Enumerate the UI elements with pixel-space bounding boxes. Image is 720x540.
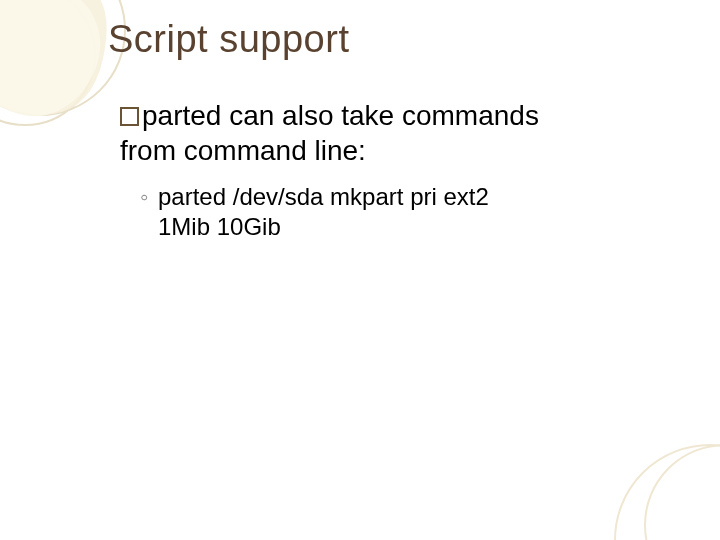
svg-point-3 bbox=[645, 445, 720, 540]
corner-decoration-bottom-right bbox=[560, 420, 720, 540]
square-bullet-icon bbox=[120, 107, 139, 126]
sub-text-line2: 1Mib 10Gib bbox=[158, 213, 281, 240]
svg-point-2 bbox=[615, 445, 720, 540]
sub-bullet-item: ◦ parted /dev/sda mkpart pri ext2 1Mib 1… bbox=[140, 182, 660, 242]
svg-point-0 bbox=[0, 0, 125, 115]
bullet-item: parted can also take commands from comma… bbox=[120, 98, 660, 168]
sub-text-line1: parted /dev/sda mkpart pri ext2 bbox=[158, 183, 489, 210]
slide-body: parted can also take commands from comma… bbox=[120, 98, 660, 242]
slide-title: Script support bbox=[108, 18, 349, 61]
bullet-text-line1: parted can also take commands bbox=[142, 100, 539, 131]
svg-point-1 bbox=[0, 0, 95, 125]
ring-bullet-icon: ◦ bbox=[140, 182, 149, 212]
bullet-text-line2: from command line: bbox=[120, 135, 366, 166]
